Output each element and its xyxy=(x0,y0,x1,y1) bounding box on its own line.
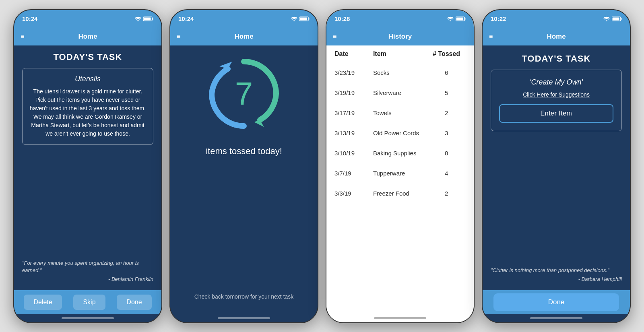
menu-icon-1[interactable]: ≡ xyxy=(21,33,24,40)
table-row: 3/17/19 Towels 2 xyxy=(326,103,474,123)
battery-icon-3 xyxy=(456,16,466,21)
svg-rect-2 xyxy=(153,18,153,20)
phone-4: 10:22 ≡ Home TODAY'S TASK 'Create My Own… xyxy=(482,9,631,323)
content-4: TODAY'S TASK 'Create My Own' Click Here … xyxy=(483,45,630,290)
phone-3: 10:28 ≡ History Date Item # Tossed 3/2 xyxy=(326,9,475,323)
menu-icon-4[interactable]: ≡ xyxy=(489,33,493,40)
create-section: TODAY'S TASK 'Create My Own' Click Here … xyxy=(483,45,630,139)
phone-1: 10:24 ≡ Home TODAY'S TASK Utensils The u… xyxy=(13,9,162,323)
history-rows: 3/23/19 Socks 6 3/19/19 Silverware 5 3/1… xyxy=(326,63,474,314)
nav-title-1: Home xyxy=(78,33,97,41)
menu-icon-3[interactable]: ≡ xyxy=(333,33,336,40)
history-table-header: Date Item # Tossed xyxy=(326,45,474,63)
battery-icon-1 xyxy=(143,16,153,21)
quote-author-4: - Barbara Hemphill xyxy=(491,276,622,282)
table-row: 3/3/19 Freezer Food 2 xyxy=(326,184,474,204)
phone-2: 10:24 ≡ Home xyxy=(169,9,318,323)
counter-label: items tossed today! xyxy=(206,146,282,157)
content-3: Date Item # Tossed 3/23/19 Socks 6 3/19/… xyxy=(326,45,474,314)
status-icons-3 xyxy=(447,16,466,21)
svg-rect-5 xyxy=(309,18,310,20)
history-tossed-1: 5 xyxy=(427,89,466,96)
history-item-2: Towels xyxy=(373,109,427,116)
history-tossed-6: 2 xyxy=(427,190,466,197)
history-date-0: 3/23/19 xyxy=(334,69,373,76)
enter-item-button[interactable]: Enter Item xyxy=(499,104,613,123)
skip-button[interactable]: Skip xyxy=(73,295,105,310)
history-date-4: 3/10/19 xyxy=(334,150,373,157)
counter-footer: Check back tomorrow for your next task xyxy=(188,287,300,306)
nav-title-4: Home xyxy=(547,33,566,41)
delete-button[interactable]: Delete xyxy=(24,295,62,310)
task-section-1: TODAY'S TASK Utensils The utensil drawer… xyxy=(14,45,161,148)
svg-rect-10 xyxy=(465,18,466,20)
quote-text-1: "For every minute you spent organizing, … xyxy=(22,260,153,274)
history-item-3: Old Power Cords xyxy=(373,130,427,136)
for-suggestions-text: for Suggestions xyxy=(549,91,590,98)
home-bar-2 xyxy=(218,317,270,319)
history-item-6: Freezer Food xyxy=(373,190,427,197)
task-description-1: The utensil drawer is a gold mine for cl… xyxy=(29,87,147,138)
status-time-3: 10:28 xyxy=(334,15,350,22)
svg-rect-1 xyxy=(144,17,151,20)
home-bar-3 xyxy=(374,317,426,319)
status-icons-2 xyxy=(291,16,310,21)
bottom-bar-4: Done xyxy=(483,290,630,314)
quote-author-1: - Benjamin Franklin xyxy=(22,276,153,282)
status-icons-4 xyxy=(603,16,622,21)
done-button-1[interactable]: Done xyxy=(117,295,151,310)
home-indicator-1 xyxy=(14,314,161,322)
history-tossed-4: 8 xyxy=(427,150,466,157)
section-title-4: TODAY'S TASK xyxy=(491,54,622,64)
battery-icon-4 xyxy=(612,16,622,21)
nav-bar-2: ≡ Home xyxy=(170,28,318,45)
status-bar-1: 10:24 xyxy=(14,10,161,28)
task-item-title-1: Utensils xyxy=(29,75,147,83)
history-item-4: Baking Supplies xyxy=(373,150,427,157)
col-header-date: Date xyxy=(334,50,373,58)
svg-rect-12 xyxy=(613,17,619,20)
history-item-1: Silverware xyxy=(373,89,427,96)
home-indicator-2 xyxy=(170,314,318,322)
create-box: 'Create My Own' Click Here for Suggestio… xyxy=(491,70,622,131)
history-tossed-2: 2 xyxy=(427,109,466,116)
svg-rect-4 xyxy=(300,17,307,20)
wifi-icon-2 xyxy=(291,16,297,21)
nav-title-2: Home xyxy=(234,33,253,41)
table-row: 3/19/19 Silverware 5 xyxy=(326,83,474,103)
wifi-icon-3 xyxy=(447,16,454,21)
history-item-0: Socks xyxy=(373,69,427,76)
create-title: 'Create My Own' xyxy=(499,78,613,87)
section-title-1: TODAY'S TASK xyxy=(22,52,153,62)
nav-bar-1: ≡ Home xyxy=(14,28,161,45)
table-row: 3/23/19 Socks 6 xyxy=(326,63,474,83)
wifi-icon-4 xyxy=(603,16,610,21)
status-time-1: 10:24 xyxy=(22,15,37,22)
svg-rect-9 xyxy=(456,17,463,20)
content-1: TODAY'S TASK Utensils The utensil drawer… xyxy=(14,45,161,290)
history-tossed-0: 6 xyxy=(427,69,466,76)
nav-bar-3: ≡ History xyxy=(326,28,474,45)
create-suggestions-link[interactable]: Click Here for Suggestions xyxy=(499,91,613,98)
home-indicator-3 xyxy=(326,314,474,322)
history-tossed-5: 4 xyxy=(427,170,466,177)
nav-title-3: History xyxy=(388,33,412,41)
bottom-bar-1: Delete Skip Done xyxy=(14,290,161,314)
quote-section-1: "For every minute you spent organizing, … xyxy=(14,252,161,290)
table-row: 3/13/19 Old Power Cords 3 xyxy=(326,123,474,143)
counter-section: 7 items tossed today! Check back tomorro… xyxy=(170,45,318,314)
nav-bar-4: ≡ Home xyxy=(483,28,630,45)
done-button-4[interactable]: Done xyxy=(493,293,619,311)
history-date-1: 3/19/19 xyxy=(334,89,373,96)
history-date-6: 3/3/19 xyxy=(334,190,373,197)
table-row: 3/7/19 Tupperware 4 xyxy=(326,163,474,184)
home-bar-1 xyxy=(62,317,114,319)
battery-icon-2 xyxy=(299,16,310,21)
phones-container: 10:24 ≡ Home TODAY'S TASK Utensils The u… xyxy=(5,1,639,331)
home-bar-4 xyxy=(530,317,582,319)
status-time-2: 10:24 xyxy=(178,15,194,22)
status-bar-2: 10:24 xyxy=(170,10,318,28)
history-date-2: 3/17/19 xyxy=(334,109,373,116)
click-here-text[interactable]: Click Here xyxy=(523,91,549,98)
menu-icon-2[interactable]: ≡ xyxy=(177,33,180,40)
